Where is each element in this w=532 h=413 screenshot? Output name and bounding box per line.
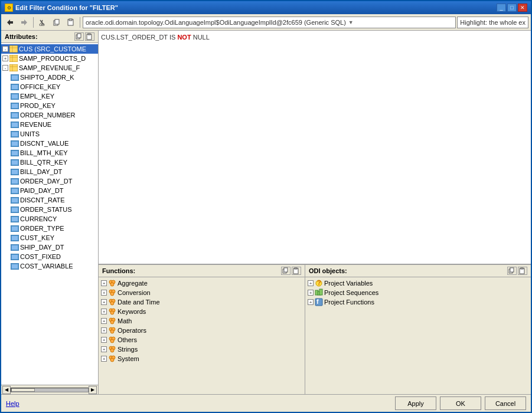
tree-item-bill-mth[interactable]: BILL_MTH_KEY <box>1 148 98 158</box>
tree-item-revenue[interactable]: REVENUE <box>1 120 98 129</box>
paste-button[interactable] <box>64 16 77 29</box>
functions-panel-icons <box>281 267 301 275</box>
svg-rect-28 <box>12 94 18 99</box>
scroll-right-btn[interactable]: ▶ <box>89 386 97 394</box>
tree-item-project-functions[interactable]: + f Project Functions <box>305 297 531 307</box>
ok-button[interactable]: OK <box>440 396 481 410</box>
maximize-button[interactable]: □ <box>507 4 517 12</box>
svg-rect-54 <box>12 217 18 221</box>
func-label-aggregate: Aggregate <box>118 280 148 287</box>
scroll-left-btn[interactable]: ◀ <box>2 386 11 394</box>
cancel-button[interactable]: Cancel <box>485 396 526 410</box>
tree-item-bill-qtr[interactable]: BILL_QTR_KEY <box>1 158 98 167</box>
tree-item-cost-fixed[interactable]: COST_FIXED <box>1 252 98 261</box>
attributes-copy-btn[interactable] <box>74 32 84 41</box>
expand-system[interactable]: + <box>101 356 107 362</box>
expand-project-functions[interactable]: + <box>308 299 314 305</box>
field-icon-cust-key <box>11 234 19 242</box>
tree-item-aggregate[interactable]: + Aggregate <box>99 278 305 288</box>
table-icon-cus <box>9 45 18 53</box>
odi-copy-btn[interactable] <box>507 267 517 275</box>
tree-item-date-time[interactable]: + Date and Time <box>99 297 305 307</box>
tree-item-cus[interactable]: - CUS (SRC_CUSTOME <box>1 44 98 54</box>
tree-item-samp-products[interactable]: + SAMP_PRODUCTS_D <box>1 54 98 63</box>
svg-marker-1 <box>21 19 27 25</box>
tree-item-project-sequences[interactable]: + Project Sequences <box>305 288 531 297</box>
tree-item-discnt-rate[interactable]: DISCNT_RATE <box>1 195 98 205</box>
tree-item-operators[interactable]: + Operators <box>99 326 305 335</box>
odi-label-project-functions: Project Functions <box>324 299 374 306</box>
help-link[interactable]: Help <box>6 400 19 407</box>
tree-item-discnt-value[interactable]: DISCNT_VALUE <box>1 139 98 148</box>
tree-item-bill-day[interactable]: BILL_DAY_DT <box>1 167 98 176</box>
tree-item-project-variables[interactable]: + ? Project Variables <box>305 278 531 288</box>
back-button[interactable] <box>4 16 17 29</box>
expand-strings[interactable]: + <box>101 346 107 352</box>
tree-item-currency[interactable]: CURRENCY <box>1 214 98 224</box>
field-icon-bill-qtr <box>11 158 19 166</box>
functions-tree[interactable]: + Aggregate <box>99 277 305 394</box>
table-icon-samp-revenue <box>9 64 18 72</box>
tree-item-order-day[interactable]: ORDER_DAY_DT <box>1 176 98 186</box>
tree-item-samp-revenue[interactable]: - SAMP_REVENUE_F <box>1 63 98 73</box>
expand-project-variables[interactable]: + <box>308 280 314 286</box>
expand-aggregate[interactable]: + <box>101 280 107 286</box>
editor-area[interactable]: CUS.LST_ORDER_DT IS NOT NULL <box>99 31 531 264</box>
svg-rect-11 <box>77 34 81 38</box>
tree-item-order-number[interactable]: ORDER_NUMBER <box>1 110 98 120</box>
expand-samp-products[interactable]: + <box>2 55 8 61</box>
forward-button[interactable] <box>18 16 31 29</box>
scroll-thumb[interactable] <box>11 388 35 392</box>
tree-item-empl-key[interactable]: EMPL_KEY <box>1 91 98 101</box>
tree-item-cust-key[interactable]: CUST_KEY <box>1 233 98 242</box>
field-icon-currency <box>11 215 19 223</box>
tree-item-cost-variable[interactable]: COST_VARIABLE <box>1 261 98 271</box>
url-field[interactable]: oracle.odi.domain.topology.OdiLanguageIm… <box>83 17 456 28</box>
tree-item-ship-day[interactable]: SHIP_DAY_DT <box>1 242 98 252</box>
svg-rect-26 <box>12 85 18 89</box>
tree-item-keywords[interactable]: + Keywords <box>99 307 305 316</box>
tree-item-prod-key[interactable]: PROD_KEY <box>1 101 98 110</box>
expand-operators[interactable]: + <box>101 327 107 333</box>
close-button[interactable]: ✕ <box>518 4 527 12</box>
expand-conversion[interactable]: + <box>101 290 107 296</box>
tree-item-strings[interactable]: + Strings <box>99 345 305 354</box>
functions-copy-btn[interactable] <box>281 267 291 275</box>
toolbar: oracle.odi.domain.topology.OdiLanguageIm… <box>1 14 531 31</box>
scroll-track[interactable] <box>11 388 89 392</box>
apply-button[interactable]: Apply <box>395 396 436 410</box>
odi-paste-btn[interactable] <box>518 267 527 275</box>
tree-item-others[interactable]: + Others <box>99 335 305 345</box>
attributes-paste-btn[interactable] <box>85 32 94 41</box>
expand-cus[interactable]: - <box>2 46 8 52</box>
tree-item-order-status[interactable]: ORDER_STATUS <box>1 205 98 214</box>
expand-samp-revenue[interactable]: - <box>2 65 8 71</box>
cut-button[interactable] <box>36 16 49 29</box>
minimize-button[interactable]: _ <box>497 4 506 12</box>
tree-item-order-type[interactable]: ORDER_TYPE <box>1 224 98 233</box>
tree-item-math[interactable]: + Math <box>99 316 305 326</box>
expand-date-time[interactable]: + <box>101 299 107 305</box>
tree-item-shipto[interactable]: SHIPTO_ADDR_K <box>1 73 98 82</box>
svg-rect-52 <box>12 208 18 212</box>
odi-tree[interactable]: + ? Project Variables + <box>305 277 531 394</box>
functions-panel-header: Functions: <box>99 265 305 277</box>
attributes-scrollbar[interactable]: ◀ ▶ <box>1 385 98 394</box>
tree-item-office-key[interactable]: OFFICE_KEY <box>1 82 98 91</box>
func-label-math: Math <box>118 317 132 324</box>
tree-item-paid-day[interactable]: PAID_DAY_DT <box>1 186 98 195</box>
functions-paste-btn[interactable] <box>292 267 301 275</box>
odi-label-project-variables: Project Variables <box>324 280 373 287</box>
title-bar-buttons: _ □ ✕ <box>497 4 527 12</box>
copy-button[interactable] <box>50 16 63 29</box>
expand-others[interactable]: + <box>101 337 107 343</box>
expand-keywords[interactable]: + <box>101 309 107 314</box>
attributes-panel-icons <box>74 32 94 41</box>
svg-rect-17 <box>9 55 18 62</box>
attributes-tree[interactable]: - CUS (SRC_CUSTOME + SAMP_PRODUCTS_D <box>1 43 98 385</box>
tree-item-system[interactable]: + System <box>99 354 305 363</box>
expand-project-sequences[interactable]: + <box>308 290 314 296</box>
tree-item-units[interactable]: UNITS <box>1 129 98 139</box>
expand-math[interactable]: + <box>101 318 107 324</box>
tree-item-conversion[interactable]: + Conversion <box>99 288 305 297</box>
